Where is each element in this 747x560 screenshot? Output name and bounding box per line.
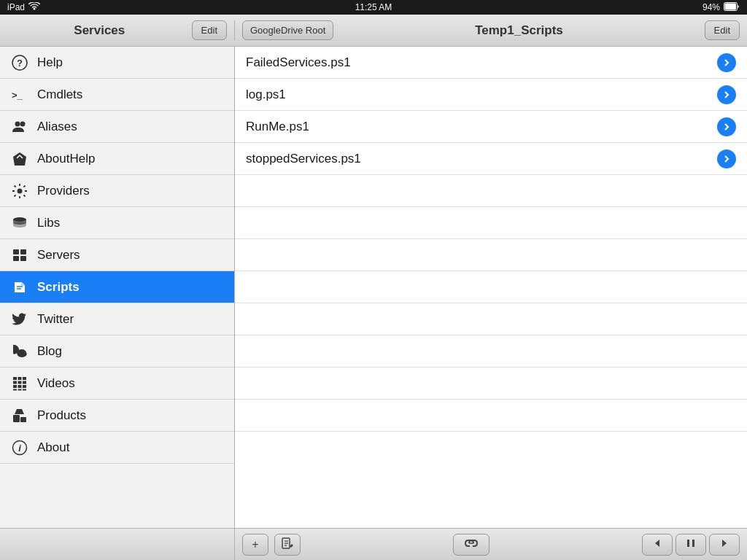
link-button[interactable] <box>453 534 489 556</box>
edit-file-button[interactable] <box>274 534 301 556</box>
breadcrumb: GoogleDrive Root <box>242 20 333 40</box>
svg-rect-18 <box>13 381 17 384</box>
services-title: Services <box>7 23 192 38</box>
toolbar-right-group <box>642 534 740 556</box>
svg-rect-39 <box>692 540 694 547</box>
file-item-empty-8 <box>235 400 747 432</box>
servers-icon <box>11 246 28 264</box>
play-pause-button[interactable] <box>676 534 706 556</box>
play-icon <box>686 538 696 551</box>
svg-rect-10 <box>20 249 26 254</box>
about-icon: i <box>11 439 28 456</box>
file-item-empty-1 <box>235 175 747 207</box>
file-list: FailedServices.ps1 log.ps1 RunMe.ps1 sto… <box>235 47 747 528</box>
next-button[interactable] <box>709 534 740 556</box>
sidebar-item-providers[interactable]: Providers <box>0 175 234 207</box>
sidebar-item-help-label: Help <box>37 55 63 70</box>
main-area: Services Edit GoogleDrive Root Temp1_Scr… <box>0 15 747 560</box>
products-icon <box>11 407 28 424</box>
svg-text:>_: >_ <box>12 90 23 101</box>
sidebar-item-scripts[interactable]: Scripts <box>0 271 234 303</box>
file-arrow-runme <box>717 117 736 136</box>
edit-icon <box>281 537 294 553</box>
file-item-empty-3 <box>235 239 747 271</box>
videos-icon <box>11 375 28 392</box>
twitter-icon <box>11 311 28 328</box>
svg-rect-25 <box>18 389 22 390</box>
providers-icon <box>11 182 28 200</box>
prev-button[interactable] <box>642 534 673 556</box>
file-item-log[interactable]: log.ps1 <box>235 79 747 111</box>
sidebar-item-about-label: About <box>37 440 69 455</box>
sidebar: ? Help >_ Cmdlets <box>0 47 235 528</box>
sidebar-item-cmdlets[interactable]: >_ Cmdlets <box>0 79 234 111</box>
svg-rect-21 <box>13 385 17 388</box>
file-item-runme[interactable]: RunMe.ps1 <box>235 111 747 143</box>
blog-icon <box>11 343 28 360</box>
svg-rect-27 <box>13 415 20 422</box>
svg-point-5 <box>15 121 20 126</box>
svg-rect-24 <box>13 389 17 390</box>
file-item-failedservices[interactable]: FailedServices.ps1 <box>235 47 747 79</box>
next-icon <box>719 538 729 551</box>
sidebar-item-products[interactable]: Products <box>0 400 234 432</box>
sidebar-item-servers-label: Servers <box>37 248 80 262</box>
right-header: GoogleDrive Root Temp1_Scripts Edit <box>235 20 747 40</box>
aliases-icon <box>11 118 28 136</box>
sidebar-item-aliases[interactable]: Aliases <box>0 111 234 143</box>
bottom-bar: + <box>0 528 747 560</box>
left-bottom-empty <box>0 529 235 560</box>
svg-rect-26 <box>23 389 26 390</box>
svg-rect-9 <box>13 249 19 254</box>
sidebar-item-aliases-label: Aliases <box>37 120 77 134</box>
svg-rect-15 <box>13 377 17 380</box>
sidebar-item-twitter[interactable]: Twitter <box>0 303 234 335</box>
sidebar-item-twitter-label: Twitter <box>37 312 74 327</box>
svg-rect-12 <box>20 256 26 261</box>
sidebar-item-libs[interactable]: Libs <box>0 207 234 239</box>
sidebar-item-about[interactable]: i About <box>0 432 234 464</box>
sidebar-item-videos-label: Videos <box>37 376 75 391</box>
svg-rect-17 <box>23 377 26 380</box>
left-header: Services Edit <box>0 20 235 40</box>
sidebar-item-cmdlets-label: Cmdlets <box>37 88 82 102</box>
sidebar-item-providers-label: Providers <box>37 184 90 198</box>
battery-icon <box>724 2 740 13</box>
file-name-failedservices: FailedServices.ps1 <box>246 55 351 70</box>
svg-point-7 <box>18 188 23 193</box>
status-left: iPad <box>7 2 40 13</box>
svg-rect-11 <box>13 256 19 261</box>
libs-icon <box>11 214 28 232</box>
device-label: iPad <box>7 2 25 12</box>
add-button[interactable]: + <box>242 534 268 556</box>
toolbar-center-group <box>453 534 489 556</box>
file-item-empty-2 <box>235 207 747 239</box>
toolbar-left-group: + <box>242 534 301 556</box>
sidebar-item-videos[interactable]: Videos <box>0 368 234 400</box>
sidebar-item-blog[interactable]: Blog <box>0 335 234 368</box>
left-edit-button[interactable]: Edit <box>192 20 227 40</box>
file-item-stoppedservices[interactable]: stoppedServices.ps1 <box>235 143 747 175</box>
file-arrow-stoppedservices <box>717 149 736 168</box>
right-edit-button[interactable]: Edit <box>705 20 740 40</box>
add-icon: + <box>252 538 258 551</box>
sidebar-item-servers[interactable]: Servers <box>0 239 234 271</box>
bottom-toolbar: + <box>235 529 747 560</box>
svg-rect-28 <box>20 417 26 422</box>
sidebar-item-abouthelp[interactable]: AboutHelp <box>0 143 234 175</box>
file-item-empty-6 <box>235 335 747 368</box>
link-icon <box>463 538 479 551</box>
status-time: 11:25 AM <box>355 2 392 12</box>
breadcrumb-button[interactable]: GoogleDrive Root <box>242 20 333 40</box>
wifi-icon <box>28 2 40 13</box>
svg-marker-37 <box>655 540 659 547</box>
sidebar-item-libs-label: Libs <box>37 216 60 230</box>
file-arrow-failedservices <box>717 53 736 72</box>
file-item-empty-4 <box>235 271 747 303</box>
svg-rect-23 <box>23 385 26 388</box>
panel-title: Temp1_Scripts <box>333 23 704 38</box>
svg-text:i: i <box>18 443 21 454</box>
sidebar-item-help[interactable]: ? Help <box>0 47 234 79</box>
status-right: 94% <box>703 2 740 13</box>
svg-rect-16 <box>18 377 22 380</box>
